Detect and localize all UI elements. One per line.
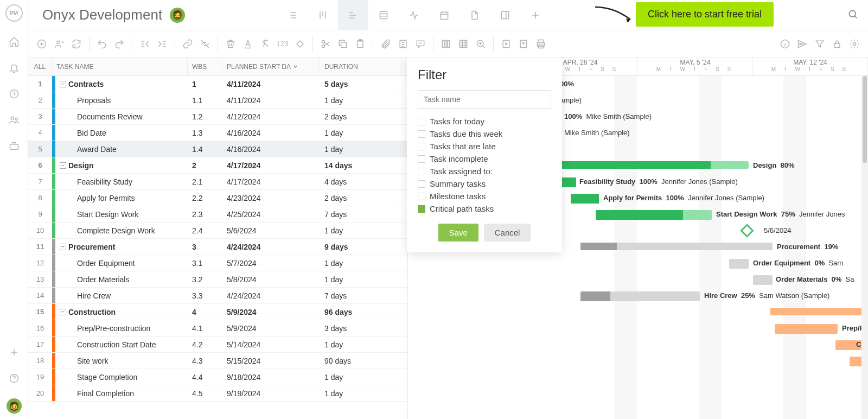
refresh-icon[interactable] — [71, 39, 82, 49]
print-icon[interactable] — [535, 39, 547, 49]
grid-icon[interactable] — [457, 39, 469, 49]
task-name-cell[interactable]: Hire Crew — [55, 291, 188, 300]
assign-icon[interactable] — [53, 39, 65, 49]
help-icon[interactable] — [8, 372, 20, 384]
view-gantt-icon[interactable] — [338, 0, 368, 30]
filter-option[interactable]: Task incomplete — [418, 153, 551, 165]
briefcase-icon[interactable] — [8, 140, 20, 152]
gantt-bar[interactable] — [753, 275, 773, 285]
table-row[interactable]: 11−Procurement34/24/20249 days — [28, 239, 407, 255]
table-row[interactable]: 7Feasibility Study2.14/17/20244 days — [28, 174, 407, 190]
milestone-icon[interactable] — [294, 39, 306, 49]
table-row[interactable]: 2Proposals1.14/11/20241 day — [28, 92, 407, 109]
view-sheet-icon[interactable] — [368, 0, 399, 30]
lock-icon[interactable] — [831, 39, 843, 49]
filter-input[interactable] — [418, 90, 551, 109]
cancel-button[interactable]: Cancel — [484, 224, 531, 242]
checkbox[interactable] — [418, 193, 425, 200]
filter-option[interactable]: Tasks for today — [418, 115, 551, 128]
task-name-cell[interactable]: Final Completion — [55, 389, 188, 398]
delete-icon[interactable] — [225, 39, 237, 49]
col-start[interactable]: PLANNED START DA — [222, 58, 320, 75]
info-icon[interactable] — [779, 39, 791, 49]
add-icon[interactable] — [8, 346, 20, 358]
task-name-cell[interactable]: Feasibility Study — [55, 177, 188, 186]
search-icon[interactable] — [847, 9, 858, 21]
text-color-icon[interactable] — [242, 39, 254, 49]
task-name-cell[interactable]: Proposals — [55, 96, 188, 105]
checkbox[interactable] — [418, 168, 425, 175]
task-name-cell[interactable]: Stage Completion — [55, 373, 188, 382]
table-row[interactable]: 3Documents Review1.24/12/20242 days — [28, 109, 407, 125]
attach-icon[interactable] — [380, 39, 392, 49]
bell-icon[interactable] — [8, 62, 20, 74]
checkbox[interactable] — [418, 180, 425, 188]
project-owner-avatar[interactable]: 🧔 — [170, 8, 185, 23]
scrollbar[interactable] — [861, 76, 868, 419]
task-name-cell[interactable]: Complete Design Work — [55, 226, 188, 235]
filter-option[interactable]: Critical path tasks — [418, 202, 551, 215]
user-avatar[interactable]: 🧔 — [7, 398, 22, 414]
col-wbs[interactable]: WBS — [188, 58, 222, 75]
table-row[interactable]: 15−Construction45/9/202496 days — [28, 304, 407, 320]
expander-icon[interactable]: − — [60, 244, 66, 250]
view-activity-icon[interactable] — [399, 0, 429, 30]
gear-icon[interactable] — [848, 39, 860, 49]
table-row[interactable]: 18Site work4.35/15/202490 days — [28, 353, 407, 369]
task-name-cell[interactable]: Order Equipment — [55, 259, 188, 268]
outdent-icon[interactable] — [139, 39, 151, 49]
indent-icon[interactable] — [156, 39, 168, 49]
expander-icon[interactable]: − — [60, 162, 66, 169]
filter-option[interactable]: Milestone tasks — [418, 190, 551, 202]
paste-icon[interactable] — [354, 39, 366, 49]
gantt-bar[interactable] — [775, 324, 838, 334]
save-button[interactable]: Save — [438, 224, 478, 242]
gantt-bar[interactable] — [770, 308, 868, 315]
columns-icon[interactable] — [440, 39, 452, 49]
table-row[interactable]: 5Award Date1.44/16/20241 day — [28, 141, 407, 157]
view-list-icon[interactable] — [277, 0, 308, 30]
task-name-cell[interactable]: −Contracts — [55, 80, 188, 88]
filter-icon[interactable] — [814, 39, 826, 49]
filter-option[interactable]: Tasks due this week — [418, 128, 551, 140]
cta-free-trial[interactable]: Click here to start free trial — [636, 2, 774, 27]
view-file-icon[interactable] — [459, 0, 490, 30]
task-name-cell[interactable]: Order Materials — [55, 275, 188, 284]
checkbox[interactable] — [418, 118, 425, 125]
redo-icon[interactable] — [113, 39, 125, 49]
table-row[interactable]: 10Complete Design Work2.45/6/20241 day — [28, 223, 407, 239]
table-row[interactable]: 6−Design24/17/202414 days — [28, 157, 407, 174]
task-name-cell[interactable]: −Procurement — [55, 243, 188, 251]
checkbox[interactable] — [418, 205, 425, 213]
filter-option[interactable]: Task assigned to: — [418, 165, 551, 177]
view-panel-icon[interactable] — [490, 0, 520, 30]
gantt-milestone[interactable] — [740, 224, 754, 237]
undo-icon[interactable] — [96, 39, 108, 49]
view-calendar-icon[interactable] — [429, 0, 459, 30]
gantt-bar[interactable] — [571, 194, 599, 204]
zoom-icon[interactable] — [475, 39, 487, 49]
table-row[interactable]: 17Construction Start Date4.25/14/20241 d… — [28, 337, 407, 353]
checkbox[interactable] — [418, 130, 425, 138]
col-duration[interactable]: DURATION — [320, 58, 401, 75]
table-row[interactable]: 20Final Completion4.59/19/20241 day — [28, 385, 407, 402]
comment-icon[interactable] — [414, 39, 426, 49]
table-row[interactable]: 19Stage Completion4.49/18/20241 day — [28, 369, 407, 385]
filter-option[interactable]: Tasks that are late — [418, 140, 551, 153]
table-row[interactable]: 14Hire Crew3.34/24/20247 days — [28, 288, 407, 304]
table-row[interactable]: 8Apply for Permits2.24/23/20242 days — [28, 190, 407, 206]
table-row[interactable]: 1−Contracts14/11/20245 days — [28, 76, 407, 92]
col-all[interactable]: ALL — [28, 58, 52, 75]
clear-format-icon[interactable] — [259, 39, 271, 49]
task-name-cell[interactable]: Site work — [55, 357, 188, 365]
gantt-bar[interactable] — [596, 210, 712, 220]
cut-icon[interactable] — [320, 39, 331, 49]
task-name-cell[interactable]: Documents Review — [55, 112, 188, 121]
clock-icon[interactable] — [8, 88, 20, 100]
task-name-cell[interactable]: −Design — [55, 161, 188, 170]
filter-option[interactable]: Summary tasks — [418, 177, 551, 190]
table-row[interactable]: 9Start Design Work2.34/25/20247 days — [28, 206, 407, 223]
task-name-cell[interactable]: Start Design Work — [55, 210, 188, 219]
import-icon[interactable] — [500, 39, 512, 49]
gantt-bar[interactable] — [560, 161, 749, 169]
